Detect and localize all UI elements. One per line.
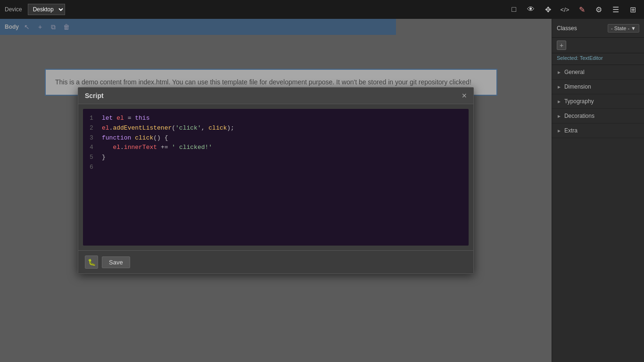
save-button[interactable]: Save [102,256,130,268]
code-content-5: } [102,153,462,163]
typography-section[interactable]: ► Typography [552,94,644,109]
grid-icon[interactable]: ⊞ [626,3,639,16]
decorations-label: Decorations [564,113,594,119]
debug-button[interactable]: 🐛 [85,255,98,269]
main-layout: Body ↖ + ⧉ 🗑 This is a demo content from… [0,19,644,362]
general-arrow: ► [557,70,561,75]
settings-icon[interactable]: ⚙ [592,3,605,16]
code-content-2: el.addEventListener('click', click); [102,123,462,133]
code-line-5: 5 } [90,153,462,163]
general-label: General [564,69,585,75]
modal-close-button[interactable]: × [462,91,467,100]
code-line-1: 1 let el = this [90,114,462,123]
modal-footer: 🐛 Save [78,250,473,273]
line-num-4: 4 [90,143,94,153]
code-content-1: let el = this [102,114,462,123]
square-icon[interactable]: □ [507,3,520,16]
extra-label: Extra [564,127,578,134]
line-num-2: 2 [90,123,94,133]
add-class-row: + [552,38,644,53]
modal-header: Script × [78,88,473,104]
brush-icon[interactable]: ✎ [575,3,588,16]
panel-header: Classes - State - ▼ [552,19,644,38]
fullscreen-icon[interactable]: ✥ [541,3,554,16]
code-editor[interactable]: 1 let el = this 2 el.addEven [83,109,469,246]
modal-title: Script [85,92,104,99]
code-line-3: 3 function click() { [90,133,462,143]
eye-icon[interactable]: 👁 [524,3,537,16]
line-num-1: 1 [90,114,94,123]
decorations-section[interactable]: ► Decorations [552,109,644,123]
script-modal: Script × 1 let el = this [78,87,474,274]
top-toolbar: Device Desktop Tablet Mobile □ 👁 ✥ </> ✎… [0,0,644,19]
code-content-3: function click() { [102,133,462,143]
canvas-area: Body ↖ + ⧉ 🗑 This is a demo content from… [0,19,552,362]
extra-arrow: ► [557,128,561,133]
typography-arrow: ► [557,99,561,104]
device-select[interactable]: Desktop Tablet Mobile [28,4,65,15]
right-panel: Classes - State - ▼ + Selected: TextEdit… [552,19,644,362]
extra-section[interactable]: ► Extra [552,123,644,138]
code-line-6: 6 [90,163,462,173]
device-label: Device [5,6,22,13]
dimension-section[interactable]: ► Dimension [552,80,644,94]
classes-label: Classes [557,25,577,32]
code-content-4: el.innerText += ' clicked!' [102,143,462,153]
line-num-6: 6 [90,163,94,173]
code-line-2: 2 el.addEventListener('click', click); [90,123,462,133]
dimension-arrow: ► [557,84,561,90]
code-line-4: 4 el.innerText += ' clicked!' [90,143,462,153]
code-icon[interactable]: </> [558,3,571,16]
decorations-arrow: ► [557,114,561,119]
selected-info: Selected: TextEditor [552,53,644,65]
general-section[interactable]: ► General [552,65,644,80]
dimension-label: Dimension [564,83,591,90]
typography-label: Typography [564,98,594,105]
line-num-5: 5 [90,153,94,163]
modal-overlay: Script × 1 let el = this [0,19,552,362]
menu-icon[interactable]: ☰ [609,3,622,16]
code-content-6 [102,163,462,173]
line-num-3: 3 [90,133,94,143]
state-button[interactable]: - State - ▼ [608,24,639,33]
add-class-button[interactable]: + [557,41,566,50]
